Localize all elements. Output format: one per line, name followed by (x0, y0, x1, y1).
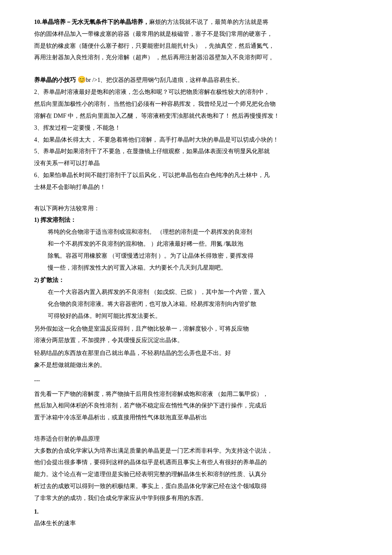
method2-line2: 化合物的良溶剂溶液。将大容器密闭，也可放入冰箱。经易挥发溶剂向内管扩散 (48, 299, 358, 309)
tips-2-line2: 然后向里面加极性小的溶剂， 当然他们必须有一种容易挥发， 我曾经见过一个师兄把化… (34, 99, 358, 109)
procedure-line3: 置于冰箱中冷冻至单晶析出，或直接用惰性气体鼓泡直至单晶析出 (34, 413, 358, 423)
method2-title-text: 2) 扩散法： (34, 277, 64, 283)
spacer2 (34, 198, 358, 203)
tips-emoji: 😊 (78, 76, 86, 83)
main-content: 10.单晶培养－无水无氧条件下的单晶培养，麻烦的方法我就不说了，最简单的方法就是… (34, 17, 358, 529)
tips-5-line2: 没有关系一样可以打单晶 (34, 158, 358, 169)
tips-2-line1: 2、养单晶时溶液最好是饱和的溶液，怎么饱和呢？可以把物质溶解在极性较大的溶剂中， (34, 87, 358, 97)
section10-para3: 而是软的橡皮塞（随便什么塞子都行，只要能密封且能扎针头） ，先抽真空，然后通氮气… (34, 41, 358, 51)
procedure-line1: 首先看一下产物的溶解度，将产物抽干后用良性溶剂溶解成饱和溶液 （如用二氯甲烷）， (34, 389, 358, 399)
method1-body: 将纯的化合物溶于适当溶剂或混和溶剂。 （理想的溶剂是一个易挥发的良溶剂 和一个不… (48, 227, 358, 273)
section10-para1: 10.单晶培养－无水无氧条件下的单晶培养，麻烦的方法我就不说了，最简单的方法就是… (34, 17, 358, 27)
principle-line5: 了非常大的的成功，我们合成化学家应从中学到很多有用的东西。 (34, 493, 358, 503)
principle-line3: 能力。这个论点有一定道理但是实验已经表明完整的理解晶体生长和溶剂的性质、认真分 (34, 469, 358, 479)
section10-number: 10. (34, 19, 42, 25)
extra-line2: 溶液分两层放置，不加搅拌，令其缓慢反应沉淀出晶体。 (34, 335, 358, 346)
point1-title: 1. (34, 507, 358, 517)
principle-section: 培养适合衍射的单晶原理 大多数的合成化学家认为培养出满足质量的单晶更是一门艺术而… (34, 434, 358, 529)
easy-crystal-line1: 轻易结晶的东西放在那里自己就出单晶，不轻易结晶的怎么弄也是不出。好 (34, 348, 358, 358)
method2-body: 在一个大容器内置入易挥发的不良溶剂 （如戊烷、已烷 ），其中加一个内管，置入 化… (48, 287, 358, 321)
tips-4: 4、如果晶体长得太大， 不要急着将他们溶解， 高手打单晶时大块的单晶是可以切成小… (34, 135, 358, 145)
method1-title: 1) 挥发溶剂法： (34, 215, 358, 225)
method2-title: 2) 扩散法： (34, 275, 358, 285)
easy-crystal-line2: 象不是想做就能做出来的。 (34, 360, 358, 370)
tips-6-line1: 6、如果怕单晶长时间不能打溶剂干了以后风化，可以把单晶包在白色纯净的凡士林中，凡 (34, 170, 358, 180)
section10-para2: 你的固体样品加入一带橡皮塞的容器（最常用的就是核磁管，塞子不是我们常用的硬塞子， (34, 29, 358, 39)
method1-title-text: 1) 挥发溶剂法： (34, 217, 76, 223)
tips-5-line1: 5、养单晶时如果溶剂干了不要急，在显微镜上仔细观察，如果晶体表面没有明显风化那就 (34, 146, 358, 157)
dashes: --- (34, 375, 358, 386)
principle-line4: 析过去的成败可以得到一致的积极结果。事实上，蛋白质晶体化学家已经在这个领域取得 (34, 481, 358, 491)
common-methods-intro: 有以下两种方法较常用： (34, 203, 358, 214)
principle-title: 培养适合衍射的单晶原理 (34, 434, 358, 444)
procedure-line2: 然后加入相同体积的不良性溶剂，若产物不稳定应在惰性气体的保护下进行操作，完成后 (34, 401, 358, 411)
tips-section: 养单晶的小技巧 😊br />1、把仪器的器壁用钢勺刮几道痕，这样单晶容易生长。 … (34, 74, 358, 192)
tips-2-line3: 溶解在 DMF 中，然后向里面加入乙醚， 等溶液稍变浑浊那就代表饱和了！ 然后再… (34, 111, 358, 121)
tips-line1: 养单晶的小技巧 😊br />1、把仪器的器壁用钢勺刮几道痕，这样单晶容易生长。 (34, 74, 358, 85)
section-10: 10.单晶培养－无水无氧条件下的单晶培养，麻烦的方法我就不说了，最简单的方法就是… (34, 17, 358, 63)
method1-line3: 除氧。容器可用橡胶塞 （可缓慢透过溶剂 ）。为了让晶体长得致密，要挥发得 (48, 251, 358, 261)
common-methods-section: 有以下两种方法较常用： 1) 挥发溶剂法： 将纯的化合物溶于适当溶剂或混和溶剂。… (34, 203, 358, 370)
tips-3: 3、挥发过程一定要慢，不能急！ (34, 123, 358, 133)
tips-1-content: br />1、把仪器的器壁用钢勺刮几道痕，这样单晶容易生长。 (86, 77, 244, 83)
section10-para4: 再用注射器加入良性溶剂，充分溶解（超声） ，然后再用注射器沿器壁加入不良溶剂即可… (34, 52, 358, 63)
procedure-section: 首先看一下产物的溶解度，将产物抽干后用良性溶剂溶解成饱和溶液 （如用二氯甲烷），… (34, 389, 358, 423)
tips-6-line2: 士林是不会影响打单晶的！ (34, 182, 358, 192)
method1-line4: 慢一些，溶剂挥发性大的可置入冰箱。大约要长个几天到几星期吧。 (48, 263, 358, 273)
spacer3 (34, 428, 358, 434)
point1-title-text: 1. (34, 509, 39, 515)
method1-line2: 和一个不易挥发的不良溶剂的混和物。 ）此溶液最好稀一些。用氮 /氯鼓泡 (48, 239, 358, 249)
extra-line1: 另外假如这一化合物是室温反应得到，且产物比较单一，溶解度较小，可将反应物 (34, 324, 358, 334)
method2-line1: 在一个大容器内置入易挥发的不良溶剂 （如戊烷、已烷 ），其中加一个内管，置入 (48, 287, 358, 297)
principle-line2: 他们会提出很多事情，要得到这样的晶体似乎是机遇而且事实上有些人有很好的养单晶的 (34, 457, 358, 468)
method2-line3: 可得较好的晶体。时间可能比挥发法要长。 (48, 311, 358, 321)
section10-text1: 麻烦的方法我就不说了，最简单的方法就是将 (149, 19, 268, 25)
method1-line1: 将纯的化合物溶于适当溶剂或混和溶剂。 （理想的溶剂是一个易挥发的良溶剂 (48, 227, 358, 237)
principle-line1: 大多数的合成化学家认为培养出满足质量的单晶更是一门艺术而非科学。为支持这个说法， (34, 446, 358, 456)
tips-label: 养单晶的小技巧 (34, 77, 78, 83)
section10-bold: 单晶培养－无水无氧条件下的单晶培养， (42, 19, 149, 25)
spacer1 (34, 68, 358, 74)
point1-subtitle: 晶体生长的速率 (34, 518, 358, 529)
